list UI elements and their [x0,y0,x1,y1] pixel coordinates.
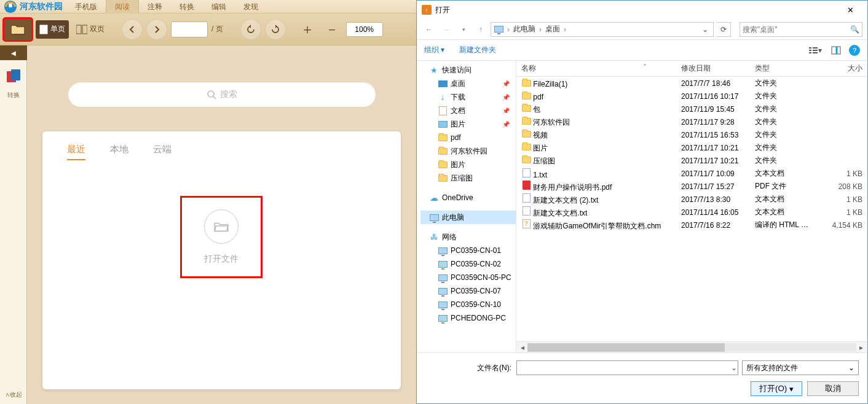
dialog-navbar: ← → ▾ ↑ › 此电脑 › 桌面 › ⌄ ⟳ 🔍 [417,19,867,40]
tree-this-pc[interactable]: 此电脑 [420,211,516,224]
zoom-level[interactable] [346,22,383,37]
filename-input[interactable] [516,360,738,375]
list-header: 名称˄ 修改日期 类型 大小 [516,61,867,77]
svg-rect-6 [11,69,20,80]
breadcrumb[interactable]: › 此电脑 › 桌面 › ⌄ [491,22,714,37]
file-row[interactable]: FileZilla(1)2017/7/7 18:46文件夹 [516,77,867,90]
tree-item[interactable]: PC0359-CN-07 [420,284,516,298]
nav-back-icon[interactable] [122,19,143,40]
refresh-icon[interactable]: ⟳ [716,22,731,37]
file-row[interactable]: 游戏辅助GameOfMir引擎帮助文档.chm2017/7/16 8:22编译的… [516,219,867,231]
tree-item[interactable]: 桌面📌 [420,77,516,90]
tree-item[interactable]: ↓下载📌 [420,90,516,104]
tree-network[interactable]: 🖧网络 [420,230,516,244]
search-folder-input[interactable] [743,25,848,34]
dialog-icon: ↑ [422,5,432,15]
view-single-page[interactable]: 单页 [36,20,69,39]
tree-item[interactable]: 文档📌 [420,104,516,117]
header-size[interactable]: 大小 [819,63,867,74]
search-folder-box[interactable]: 🔍 [740,22,862,37]
open-file-icon[interactable] [4,18,32,41]
tab-recent[interactable]: 最近 [67,144,85,160]
header-type[interactable]: 类型 [750,63,819,74]
help-icon[interactable]: ? [849,45,860,56]
close-button[interactable]: ✕ [838,6,862,15]
tree-item[interactable]: PC0359CN-05-PC [420,271,516,284]
file-row[interactable]: 包2017/11/9 15:45文件夹 [516,103,867,115]
filename-label: 文件名(N): [425,363,511,373]
preview-pane-icon[interactable] [828,44,844,57]
start-tabs: 最近 本地 云端 [67,144,376,160]
tree-item[interactable]: PC0359-CN-10 [420,298,516,311]
svg-line-8 [213,96,216,99]
zoom-out-icon[interactable]: － [322,20,342,39]
rotate-left-icon[interactable] [240,19,261,40]
tree-item[interactable]: 河东软件园 [420,144,516,158]
sidebar-convert-label: 转换 [7,91,20,99]
sidebar-collapse-icon[interactable]: ◀ [0,45,27,60]
svg-rect-10 [809,50,811,51]
file-type-filter[interactable]: 所有支持的文件⌄ [742,360,859,375]
svg-rect-9 [809,47,811,49]
header-name[interactable]: 名称˄ [516,63,676,74]
horizontal-scrollbar[interactable]: ◂▸ [516,341,867,352]
tree-item[interactable]: pdf [420,131,516,144]
tab-cloud[interactable]: 云端 [153,144,172,160]
search-placeholder: 搜索 [220,89,237,100]
file-row[interactable]: 压缩图2017/11/17 10:21文件夹 [516,154,867,167]
view-double-page[interactable]: 双页 [73,20,108,39]
nav-recent-icon[interactable]: ▾ [456,22,471,37]
header-date[interactable]: 修改日期 [676,63,750,74]
tree-item[interactable]: PC0359-CN-02 [420,257,516,271]
page-number-input[interactable] [171,21,208,37]
search-box[interactable]: 搜索 [68,82,376,107]
tree-item[interactable]: PCHEDONG-PC [420,311,516,325]
nav-forward-icon[interactable]: → [439,22,454,37]
svg-rect-2 [40,25,47,34]
file-row[interactable]: 财务用户操作说明书.pdf2017/11/7 15:27PDF 文件208 KB [516,180,867,193]
menu-read[interactable]: 阅读 [106,0,139,14]
view-mode-icon[interactable]: ▾ [807,44,823,57]
nav-forward-icon[interactable] [146,19,167,40]
tree-item[interactable]: 图片 [420,158,516,171]
tree-item[interactable]: 图片📌 [420,117,516,131]
menu-edit[interactable]: 编辑 [203,0,235,14]
menu-convert[interactable]: 转换 [171,0,203,14]
file-row[interactable]: 河东软件园2017/11/17 9:28文件夹 [516,115,867,128]
open-button[interactable]: 打开(O) ▾ [751,381,802,396]
dialog-title: 打开 [435,5,450,15]
dialog-toolbar: 组织 ▾ 新建文件夹 ▾ ? [417,40,867,61]
new-folder-button[interactable]: 新建文件夹 [459,45,496,55]
start-card: 最近 本地 云端 打开文件 [42,131,400,389]
file-row[interactable]: 视频2017/11/15 16:53文件夹 [516,128,867,141]
menu-phone[interactable]: 手机版 [66,0,106,14]
dialog-footer: 文件名(N): ⌄ 所有支持的文件⌄ 打开(O) ▾ 取消 [417,352,867,403]
tree-item[interactable]: 压缩图 [420,171,516,185]
file-row[interactable]: 新建文本文档.txt2017/11/14 16:05文本文档1 KB [516,206,867,219]
file-row[interactable]: 新建文本文档 (2).txt2017/7/13 8:30文本文档1 KB [516,193,867,206]
open-file-button[interactable]: 打开文件 [181,197,261,277]
nav-back-icon[interactable]: ← [422,22,436,37]
tree-quick-access[interactable]: ★快速访问 [420,63,516,77]
zoom-in-icon[interactable]: ＋ [297,20,318,39]
file-row[interactable]: 1.txt2017/11/7 10:09文本文档1 KB [516,167,867,180]
menu-discover[interactable]: 发现 [235,0,267,14]
sidebar-collapse-label[interactable]: ∧收起 [5,390,22,404]
tree-item[interactable]: PC0359-CN-01 [420,244,516,257]
nav-up-icon[interactable]: ↑ [473,22,488,37]
search-icon [207,90,216,99]
sidebar-convert-icon[interactable] [4,68,23,86]
svg-rect-12 [813,47,818,49]
file-row[interactable]: 图片2017/11/17 10:21文件夹 [516,141,867,154]
svg-point-7 [208,91,214,97]
menu-annotate[interactable]: 注释 [139,0,171,14]
tab-local[interactable]: 本地 [110,144,128,160]
toolbar: 单页 双页 / 页 ＋ － [0,14,416,45]
rotate-right-icon[interactable] [265,19,286,40]
file-row[interactable]: pdf2017/11/16 10:17文件夹 [516,90,867,103]
svg-rect-3 [76,25,81,34]
tree-onedrive[interactable]: ☁OneDrive [420,191,516,204]
cancel-button[interactable]: 取消 [807,381,859,396]
svg-rect-11 [809,52,811,53]
organize-menu[interactable]: 组织 ▾ [424,45,444,55]
